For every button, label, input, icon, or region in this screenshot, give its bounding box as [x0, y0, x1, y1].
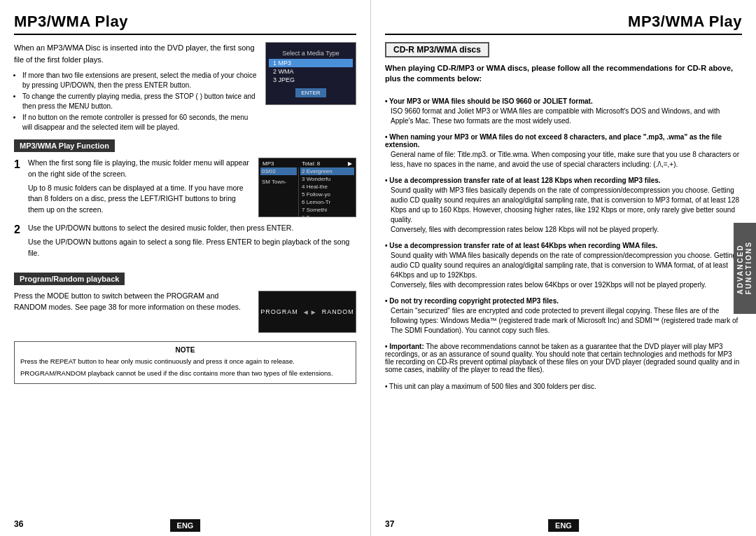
bold-intro: When playing CD-R/MP3 or WMA discs, plea… — [385, 63, 742, 85]
step2-text: Use the UP/DOWN buttons to select the de… — [28, 223, 356, 259]
right-page: MP3/WMA Play CD-R MP3/WMA discs When pla… — [371, 0, 756, 536]
step1-text: When the first song file is playing, the… — [28, 158, 253, 216]
bullet-1: • Your MP3 or WMA files should be ISO 96… — [385, 97, 742, 129]
bullet-1-header: • Your MP3 or WMA files should be ISO 96… — [385, 97, 742, 105]
menu-title: Select a Media Type — [269, 50, 353, 57]
right-eng-badge: ENG — [548, 519, 579, 532]
advanced-label: ADVANCEDFUNCTIONS — [736, 241, 753, 294]
program-random-screenshot: PROGRAM ◄► RANDOM — [258, 291, 356, 333]
folder-screenshot: MP3 Total: 8 ▶ 03/02 SM Town- 2 Evergree… — [258, 158, 356, 217]
bullet-1-text: ISO 9660 format and Joliet MP3 or WMA fi… — [385, 106, 742, 126]
note-bullet-2: PROGRAM/RANDOM playback cannot be used i… — [20, 369, 350, 378]
right-header-section: CD-R MP3/WMA discs When playing CD-R/MP3… — [385, 42, 742, 90]
footer-bullet: • This unit can play a maximum of 500 fi… — [385, 382, 742, 392]
intro-text: When an MP3/WMA Disc is inserted into th… — [14, 42, 258, 65]
bullet-4: • Use a decompression transfer rate of a… — [385, 242, 742, 293]
bullet-3-header: • Use a decompression transfer rate of a… — [385, 177, 742, 184]
step1-item: 1 When the first song file is playing, t… — [14, 158, 356, 217]
step1-number: 1 — [14, 158, 24, 217]
step2-number: 2 — [14, 223, 24, 259]
intro-bullet-2: To change the currently playing media, p… — [22, 92, 258, 111]
program-random-section: Program/Random playback Press the MODE b… — [14, 273, 356, 333]
bullet-4-header: • Use a decompression transfer rate of a… — [385, 242, 742, 249]
step1-content: When the first song file is playing, the… — [28, 158, 356, 217]
bullet-important-header: • Important: The above recommendations c… — [385, 343, 742, 373]
intro-section: When an MP3/WMA Disc is inserted into th… — [14, 42, 356, 132]
menu-item-wma: 2 WMA — [269, 67, 353, 76]
note-bullet-1: Press the REPEAT button to hear only mus… — [20, 357, 350, 366]
left-page-number: 36 — [14, 519, 23, 529]
intro-bullets: If more than two file extensions are pre… — [14, 71, 258, 132]
left-page-title: MP3/WMA Play — [14, 13, 356, 35]
intro-bullet-1: If more than two file extensions are pre… — [22, 71, 258, 90]
menu-item-jpeg: 3 JPEG — [269, 76, 353, 84]
bullet-4-text: Sound quality with WMA files basically d… — [385, 251, 742, 290]
media-type-menu: Select a Media Type 1 MP3 2 WMA 3 JPEG — [269, 50, 353, 84]
bullet-2-header: • When naming your MP3 or WMA files do n… — [385, 133, 742, 149]
enter-button-indicator: ENTER — [295, 88, 326, 97]
right-page-number: 37 — [385, 519, 394, 529]
program-random-content: Press the MODE button to switch between … — [14, 291, 356, 333]
section2-header: Program/Random playback — [14, 273, 125, 285]
note-title: NOTE — [20, 346, 350, 354]
mp3wma-play-function-section: MP3/WMA Play Function 1 When the first s… — [14, 139, 356, 264]
cd-r-header: CD-R MP3/WMA discs — [385, 42, 489, 57]
section1-header: MP3/WMA Play Function — [14, 139, 115, 152]
right-page-title: MP3/WMA Play — [385, 13, 742, 35]
left-eng-badge: ENG — [170, 519, 201, 532]
step2-item: 2 Use the UP/DOWN buttons to select the … — [14, 223, 356, 259]
note-text: Press the REPEAT button to hear only mus… — [20, 357, 350, 378]
media-type-screenshot: Select a Media Type 1 MP3 2 WMA 3 JPEG E… — [265, 42, 356, 105]
bullet-3-text: Sound quality with MP3 files basically d… — [385, 186, 742, 235]
note-box: NOTE Press the REPEAT button to hear onl… — [14, 341, 356, 384]
intro-bullet-3: If no button on the remote controller is… — [22, 113, 258, 132]
bullet-5-header: • Do not try recording copyright protect… — [385, 297, 742, 305]
intro-text-block: When an MP3/WMA Disc is inserted into th… — [14, 42, 258, 132]
bullet-3: • Use a decompression transfer rate of a… — [385, 177, 742, 238]
bullet-2: • When naming your MP3 or WMA files do n… — [385, 133, 742, 172]
left-page: MP3/WMA Play When an MP3/WMA Disc is ins… — [0, 0, 371, 536]
bullet-important: • Important: The above recommendations c… — [385, 343, 742, 375]
bullet-2-text: General name of file: Title.mp3. or Titl… — [385, 150, 742, 170]
bullet-5-text: Certain "securized" files are encrypted … — [385, 306, 742, 336]
program-random-text: Press the MODE button to switch between … — [14, 291, 253, 313]
bullet-5: • Do not try recording copyright protect… — [385, 297, 742, 338]
advanced-functions-tab: ADVANCEDFUNCTIONS — [734, 223, 756, 314]
menu-item-mp3: 1 MP3 — [269, 59, 353, 67]
page-spread: MP3/WMA Play When an MP3/WMA Disc is ins… — [0, 0, 756, 536]
